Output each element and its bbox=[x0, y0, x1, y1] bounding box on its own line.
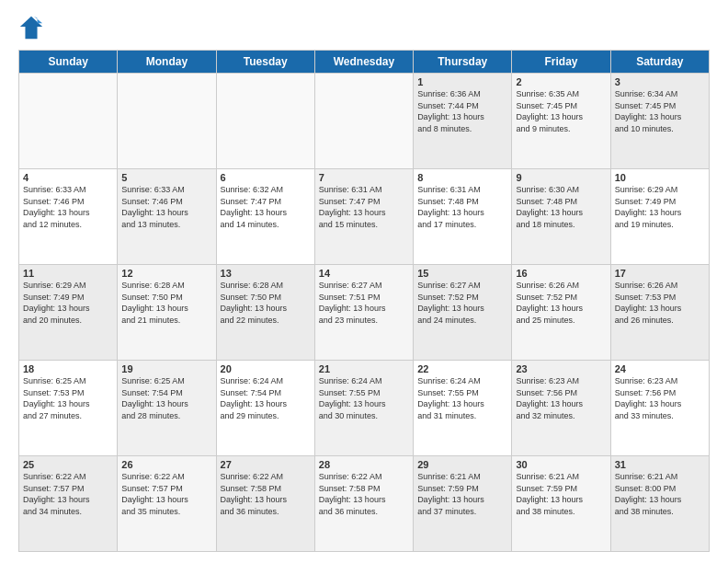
calendar-cell bbox=[118, 74, 216, 169]
calendar-cell: 12Sunrise: 6:28 AM Sunset: 7:50 PM Dayli… bbox=[118, 265, 216, 361]
weekday-header-monday: Monday bbox=[118, 51, 216, 74]
day-number: 19 bbox=[121, 363, 211, 374]
calendar-cell: 9Sunrise: 6:30 AM Sunset: 7:48 PM Daylig… bbox=[512, 169, 610, 265]
day-info: Sunrise: 6:26 AM Sunset: 7:53 PM Dayligh… bbox=[615, 280, 705, 326]
calendar-cell: 17Sunrise: 6:26 AM Sunset: 7:53 PM Dayli… bbox=[610, 265, 709, 361]
calendar-cell: 2Sunrise: 6:35 AM Sunset: 7:45 PM Daylig… bbox=[512, 74, 610, 169]
calendar-cell: 10Sunrise: 6:29 AM Sunset: 7:49 PM Dayli… bbox=[610, 169, 709, 265]
day-number: 29 bbox=[417, 459, 507, 470]
calendar-cell: 14Sunrise: 6:27 AM Sunset: 7:51 PM Dayli… bbox=[314, 265, 413, 361]
day-number: 2 bbox=[516, 76, 606, 87]
day-info: Sunrise: 6:23 AM Sunset: 7:56 PM Dayligh… bbox=[615, 375, 705, 421]
day-info: Sunrise: 6:25 AM Sunset: 7:54 PM Dayligh… bbox=[121, 375, 211, 421]
day-info: Sunrise: 6:27 AM Sunset: 7:52 PM Dayligh… bbox=[417, 280, 507, 326]
header bbox=[18, 15, 710, 40]
calendar-cell: 25Sunrise: 6:22 AM Sunset: 7:57 PM Dayli… bbox=[19, 456, 118, 552]
calendar-week-row: 1Sunrise: 6:36 AM Sunset: 7:44 PM Daylig… bbox=[19, 74, 710, 169]
day-number: 20 bbox=[221, 363, 311, 374]
calendar-cell: 16Sunrise: 6:26 AM Sunset: 7:52 PM Dayli… bbox=[512, 265, 610, 361]
day-number: 7 bbox=[319, 172, 409, 183]
weekday-header-wednesday: Wednesday bbox=[314, 51, 413, 74]
calendar-week-row: 11Sunrise: 6:29 AM Sunset: 7:49 PM Dayli… bbox=[19, 265, 710, 361]
day-info: Sunrise: 6:30 AM Sunset: 7:48 PM Dayligh… bbox=[516, 184, 606, 230]
day-number: 14 bbox=[319, 268, 409, 279]
calendar-cell: 15Sunrise: 6:27 AM Sunset: 7:52 PM Dayli… bbox=[414, 265, 512, 361]
calendar-cell: 27Sunrise: 6:22 AM Sunset: 7:58 PM Dayli… bbox=[216, 456, 314, 552]
day-number: 18 bbox=[23, 363, 113, 374]
day-number: 10 bbox=[615, 172, 705, 183]
day-info: Sunrise: 6:24 AM Sunset: 7:55 PM Dayligh… bbox=[417, 375, 507, 421]
calendar-cell: 19Sunrise: 6:25 AM Sunset: 7:54 PM Dayli… bbox=[118, 361, 216, 456]
weekday-header-thursday: Thursday bbox=[414, 51, 512, 74]
day-number: 26 bbox=[121, 459, 211, 470]
day-info: Sunrise: 6:24 AM Sunset: 7:54 PM Dayligh… bbox=[221, 375, 311, 421]
day-info: Sunrise: 6:34 AM Sunset: 7:45 PM Dayligh… bbox=[615, 88, 705, 134]
day-info: Sunrise: 6:29 AM Sunset: 7:49 PM Dayligh… bbox=[615, 184, 705, 230]
weekday-header-friday: Friday bbox=[512, 51, 610, 74]
day-info: Sunrise: 6:21 AM Sunset: 7:59 PM Dayligh… bbox=[516, 471, 606, 517]
calendar-cell: 6Sunrise: 6:32 AM Sunset: 7:47 PM Daylig… bbox=[216, 169, 314, 265]
day-number: 8 bbox=[417, 172, 507, 183]
calendar-header: SundayMondayTuesdayWednesdayThursdayFrid… bbox=[19, 51, 710, 74]
calendar-body: 1Sunrise: 6:36 AM Sunset: 7:44 PM Daylig… bbox=[19, 74, 710, 552]
day-number: 31 bbox=[615, 459, 705, 470]
calendar-table: SundayMondayTuesdayWednesdayThursdayFrid… bbox=[18, 50, 710, 552]
day-number: 5 bbox=[121, 172, 211, 183]
calendar-cell: 20Sunrise: 6:24 AM Sunset: 7:54 PM Dayli… bbox=[216, 361, 314, 456]
weekday-row: SundayMondayTuesdayWednesdayThursdayFrid… bbox=[19, 51, 710, 74]
calendar-cell: 23Sunrise: 6:23 AM Sunset: 7:56 PM Dayli… bbox=[512, 361, 610, 456]
day-number: 4 bbox=[23, 172, 113, 183]
day-info: Sunrise: 6:31 AM Sunset: 7:48 PM Dayligh… bbox=[417, 184, 507, 230]
calendar-cell: 5Sunrise: 6:33 AM Sunset: 7:46 PM Daylig… bbox=[118, 169, 216, 265]
day-number: 1 bbox=[417, 76, 507, 87]
calendar-cell bbox=[216, 74, 314, 169]
calendar-cell: 30Sunrise: 6:21 AM Sunset: 7:59 PM Dayli… bbox=[512, 456, 610, 552]
day-info: Sunrise: 6:31 AM Sunset: 7:47 PM Dayligh… bbox=[319, 184, 409, 230]
calendar-cell: 8Sunrise: 6:31 AM Sunset: 7:48 PM Daylig… bbox=[414, 169, 512, 265]
calendar-cell: 13Sunrise: 6:28 AM Sunset: 7:50 PM Dayli… bbox=[216, 265, 314, 361]
calendar-cell: 29Sunrise: 6:21 AM Sunset: 7:59 PM Dayli… bbox=[414, 456, 512, 552]
calendar-cell: 7Sunrise: 6:31 AM Sunset: 7:47 PM Daylig… bbox=[314, 169, 413, 265]
day-number: 27 bbox=[221, 459, 311, 470]
day-number: 11 bbox=[23, 268, 113, 279]
day-info: Sunrise: 6:28 AM Sunset: 7:50 PM Dayligh… bbox=[121, 280, 211, 326]
calendar-cell: 4Sunrise: 6:33 AM Sunset: 7:46 PM Daylig… bbox=[19, 169, 118, 265]
day-info: Sunrise: 6:27 AM Sunset: 7:51 PM Dayligh… bbox=[319, 280, 409, 326]
calendar-cell: 21Sunrise: 6:24 AM Sunset: 7:55 PM Dayli… bbox=[314, 361, 413, 456]
calendar-cell: 24Sunrise: 6:23 AM Sunset: 7:56 PM Dayli… bbox=[610, 361, 709, 456]
day-info: Sunrise: 6:24 AM Sunset: 7:55 PM Dayligh… bbox=[319, 375, 409, 421]
calendar-cell: 3Sunrise: 6:34 AM Sunset: 7:45 PM Daylig… bbox=[610, 74, 709, 169]
day-number: 25 bbox=[23, 459, 113, 470]
day-info: Sunrise: 6:23 AM Sunset: 7:56 PM Dayligh… bbox=[516, 375, 606, 421]
day-info: Sunrise: 6:33 AM Sunset: 7:46 PM Dayligh… bbox=[23, 184, 113, 230]
day-info: Sunrise: 6:36 AM Sunset: 7:44 PM Dayligh… bbox=[417, 88, 507, 134]
day-info: Sunrise: 6:22 AM Sunset: 7:58 PM Dayligh… bbox=[319, 471, 409, 517]
day-number: 17 bbox=[615, 268, 705, 279]
calendar-week-row: 18Sunrise: 6:25 AM Sunset: 7:53 PM Dayli… bbox=[19, 361, 710, 456]
day-number: 9 bbox=[516, 172, 606, 183]
day-number: 12 bbox=[121, 268, 211, 279]
day-number: 6 bbox=[221, 172, 311, 183]
weekday-header-sunday: Sunday bbox=[19, 51, 118, 74]
calendar-cell: 28Sunrise: 6:22 AM Sunset: 7:58 PM Dayli… bbox=[314, 456, 413, 552]
calendar-week-row: 25Sunrise: 6:22 AM Sunset: 7:57 PM Dayli… bbox=[19, 456, 710, 552]
day-number: 28 bbox=[319, 459, 409, 470]
calendar-cell bbox=[314, 74, 413, 169]
logo bbox=[18, 15, 48, 40]
day-info: Sunrise: 6:33 AM Sunset: 7:46 PM Dayligh… bbox=[121, 184, 211, 230]
day-info: Sunrise: 6:28 AM Sunset: 7:50 PM Dayligh… bbox=[221, 280, 311, 326]
day-info: Sunrise: 6:26 AM Sunset: 7:52 PM Dayligh… bbox=[516, 280, 606, 326]
calendar-cell: 26Sunrise: 6:22 AM Sunset: 7:57 PM Dayli… bbox=[118, 456, 216, 552]
logo-icon bbox=[18, 15, 44, 40]
day-number: 23 bbox=[516, 363, 606, 374]
day-info: Sunrise: 6:32 AM Sunset: 7:47 PM Dayligh… bbox=[221, 184, 311, 230]
weekday-header-saturday: Saturday bbox=[610, 51, 709, 74]
day-number: 15 bbox=[417, 268, 507, 279]
calendar-cell: 31Sunrise: 6:21 AM Sunset: 8:00 PM Dayli… bbox=[610, 456, 709, 552]
calendar-cell: 18Sunrise: 6:25 AM Sunset: 7:53 PM Dayli… bbox=[19, 361, 118, 456]
day-number: 21 bbox=[319, 363, 409, 374]
day-info: Sunrise: 6:22 AM Sunset: 7:58 PM Dayligh… bbox=[221, 471, 311, 517]
calendar-week-row: 4Sunrise: 6:33 AM Sunset: 7:46 PM Daylig… bbox=[19, 169, 710, 265]
calendar-cell: 1Sunrise: 6:36 AM Sunset: 7:44 PM Daylig… bbox=[414, 74, 512, 169]
day-info: Sunrise: 6:21 AM Sunset: 8:00 PM Dayligh… bbox=[615, 471, 705, 517]
